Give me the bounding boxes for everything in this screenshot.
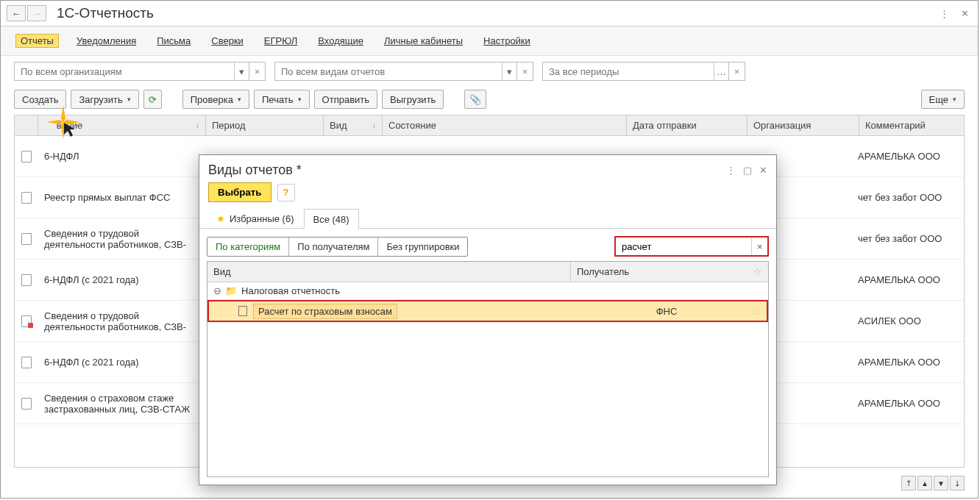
grid-col-recipient[interactable]: Получатель ☆ [571,262,768,282]
col-period[interactable]: Период [206,115,324,135]
seg-by-category[interactable]: По категориям [207,238,289,256]
report-types-grid: Вид Получатель ☆ ⊖ 📁 Налоговая отчетност… [207,261,769,477]
table-header: Навание↓ Период Вид↓ Состояние Дата отпр… [15,115,964,136]
document-icon [21,151,32,162]
kebab-icon[interactable]: ⋮ [937,6,951,21]
report-recipient: ФНС [586,306,748,317]
main-tabs: Отчеты Уведомления Письма Сверки ЕГРЮЛ В… [1,26,978,56]
dialog-title: Виды отчетов * [208,162,726,178]
search-input[interactable] [616,241,751,252]
grid-col-type[interactable]: Вид [207,262,571,282]
tab-all[interactable]: Все (48) [304,209,359,229]
col-name[interactable]: Навание↓ [38,115,206,135]
col-state[interactable]: Состояние [383,115,627,135]
cell-name: Сведения о трудовой деятельности работни… [38,224,206,254]
maximize-icon[interactable]: ▢ [743,165,752,176]
scroll-up-icon[interactable]: ▲ [917,476,932,490]
filter-org[interactable]: ▾ [14,62,249,81]
tree-group-row[interactable]: ⊖ 📁 Налоговая отчетность [207,282,768,300]
dropdown-icon[interactable]: ▾ [234,63,249,80]
cell-name: 6-НДФЛ [38,146,206,166]
cell-name: Сведения о трудовой деятельности работни… [38,306,206,337]
ellipsis-icon[interactable]: … [714,63,728,80]
document-icon [21,315,32,327]
load-button[interactable]: Загрузить▾ [71,90,138,109]
col-date[interactable]: Дата отправки [627,115,748,135]
cell-org: АРАМЕЛЬКА ООО [852,393,964,413]
seg-by-recipient[interactable]: По получателям [289,238,378,256]
tab-reports[interactable]: Отчеты [15,34,59,48]
cell-name: 6-НДФЛ (с 2021 года) [38,352,206,372]
cell-name: Сведения о страховом стаже застрахованны… [38,388,206,419]
scroll-down-icon[interactable]: ▼ [934,476,948,490]
filter-org-input[interactable] [15,63,234,80]
col-type[interactable]: Вид↓ [324,115,383,135]
kebab-icon[interactable]: ⋮ [726,165,736,176]
col-comment[interactable]: Комментарий [859,115,964,135]
group-label: Налоговая отчетность [241,285,340,296]
filter-report-type[interactable]: ▾ [274,62,517,81]
refresh-button[interactable]: ⟳ [143,90,162,109]
filters-row: ▾ × ▾ × … × [1,56,978,87]
attach-button[interactable]: 📎 [464,90,486,109]
cell-org: АРАМЕЛЬКА ООО [852,146,964,166]
paperclip-icon: 📎 [469,94,481,105]
titlebar: ← → 1С-Отчетность ⋮ ✕ [1,1,978,26]
scroll-bottom-icon[interactable]: ⤓ [950,476,965,490]
filter-period-input[interactable] [543,63,714,80]
tab-notifications[interactable]: Уведомления [74,34,139,48]
report-name: Расчет по страховым взносам [253,304,397,319]
scroll-top-icon[interactable]: ⤒ [901,476,916,490]
tab-cabinets[interactable]: Личные кабинеты [381,34,466,48]
filter-period[interactable]: … [542,62,729,81]
dropdown-icon[interactable]: ▾ [502,63,516,80]
folder-icon: 📁 [225,285,237,296]
cell-org: АСИЛЕК ООО [852,311,964,331]
tab-favorites[interactable]: ★Избранные (6) [207,208,304,228]
forward-button[interactable]: → [27,5,46,21]
tab-settings[interactable]: Настройки [480,34,533,48]
back-button[interactable]: ← [7,5,26,21]
document-icon [21,357,32,368]
document-icon [21,274,32,286]
select-button[interactable]: Выбрать [208,182,271,202]
check-button[interactable]: Проверка▾ [182,90,249,109]
document-icon [21,192,32,204]
selected-report-row[interactable]: Расчет по страховым взносам ФНС ☆ [207,300,768,322]
clear-icon[interactable]: × [517,62,533,81]
clear-icon[interactable]: × [729,62,745,81]
close-icon[interactable]: ✕ [957,6,972,21]
refresh-icon: ⟳ [149,94,157,105]
collapse-icon[interactable]: ⊖ [212,285,222,296]
document-icon [238,306,247,316]
cell-org: АРАМЕЛЬКА ООО [852,352,964,372]
search-box: × [614,236,769,257]
star-outline-icon[interactable]: ☆ [753,266,762,277]
tab-letters[interactable]: Письма [154,34,193,48]
star-outline-icon[interactable]: ☆ [748,306,764,317]
col-icon[interactable] [15,115,38,135]
send-button[interactable]: Отправить [314,90,377,109]
export-button[interactable]: Выгрузить [382,90,444,109]
help-icon[interactable]: ? [277,184,295,201]
clear-icon[interactable]: × [751,238,767,255]
toolbar: Создать Загрузить▾ ⟳ Проверка▾ Печать▾ О… [1,87,978,115]
more-button[interactable]: Еще▾ [921,90,965,109]
tab-incoming[interactable]: Входящие [315,34,366,48]
cell-org: АРАМЕЛЬКА ООО [852,270,964,290]
tab-reconciliations[interactable]: Сверки [208,34,246,48]
report-types-dialog: Виды отчетов * ⋮ ▢ ✕ Выбрать ? ★Избранны… [199,154,777,485]
grouping-segments: По категориям По получателям Без группир… [207,237,468,257]
document-icon [21,398,32,410]
filter-report-type-input[interactable] [275,63,502,80]
col-org[interactable]: Организация [748,115,859,135]
close-icon[interactable]: ✕ [759,165,767,176]
clear-icon[interactable]: × [249,62,266,81]
cell-name: Реестр прямых выплат ФСС [38,188,206,207]
print-button[interactable]: Печать▾ [254,90,310,109]
star-icon: ★ [216,213,225,224]
cell-org: чет без забот ООО [852,229,964,249]
create-button[interactable]: Создать [14,90,66,109]
tab-egrul[interactable]: ЕГРЮЛ [261,34,300,48]
seg-no-grouping[interactable]: Без группировки [378,238,467,256]
